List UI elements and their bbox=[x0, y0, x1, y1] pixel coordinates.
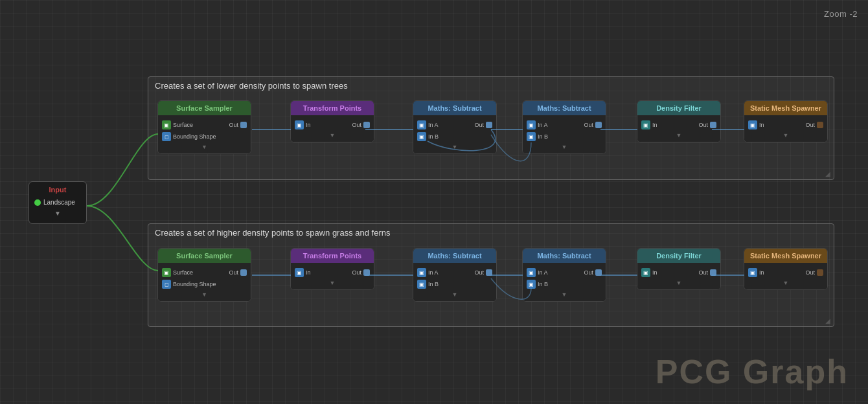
transform-points-top-header: Transform Points bbox=[291, 101, 374, 115]
ss-bot-surface-label: Surface bbox=[173, 269, 193, 276]
tp-bot-ports: ▣ In Out bbox=[295, 267, 370, 278]
ms2-top-ina-icon: ▣ bbox=[527, 120, 536, 129]
resize-handle-bottom[interactable]: ◢ bbox=[825, 317, 830, 324]
input-node-chevron[interactable]: ▼ bbox=[34, 210, 81, 217]
tp-top-in-label: In bbox=[306, 122, 311, 128]
ms2-bot-ina-label: In A bbox=[538, 269, 548, 276]
static-mesh-spawner-top[interactable]: Static Mesh Spawner ▣ In Out ▼ bbox=[744, 100, 828, 142]
surface-sampler-top-port-bounds: ◻ Bounding Shape bbox=[162, 131, 247, 142]
ss-bot-port-bounds: ◻ Bounding Shape bbox=[162, 278, 247, 290]
ss-bot-bounds-label: Bounding Shape bbox=[173, 281, 216, 287]
ss-top-chevron[interactable]: ▼ bbox=[162, 142, 247, 151]
sms-bot-out-label: Out bbox=[805, 269, 815, 276]
df-bot-in-label: In bbox=[652, 269, 657, 276]
surface-sampler-top[interactable]: Surface Sampler ▣ Surface Out ◻ Bounding… bbox=[157, 100, 251, 154]
sms-top-out-label: Out bbox=[805, 122, 815, 128]
tp-top-in-icon: ▣ bbox=[295, 120, 304, 129]
static-mesh-spawner-top-header: Static Mesh Spawner bbox=[744, 101, 827, 115]
maths-subtract-1-bottom[interactable]: Maths: Subtract ▣ In A Out ▣ In B ▼ bbox=[413, 248, 497, 302]
maths-subtract-1-bottom-body: ▣ In A Out ▣ In B ▼ bbox=[413, 263, 496, 301]
ms1-bot-portb: ▣ In B bbox=[417, 278, 492, 290]
tp-top-out-label: Out bbox=[352, 122, 361, 128]
ms2-top-inb-label: In B bbox=[538, 133, 548, 140]
transform-points-top[interactable]: Transform Points ▣ In Out ▼ bbox=[290, 100, 374, 142]
ms2-top-ina-label: In A bbox=[538, 122, 548, 128]
ms1-top-out-connector bbox=[486, 122, 492, 128]
tp-bot-chevron[interactable]: ▼ bbox=[295, 278, 370, 287]
ms1-top-out-label: Out bbox=[474, 122, 484, 128]
ms1-bot-chevron[interactable]: ▼ bbox=[417, 290, 492, 298]
tp-top-chevron[interactable]: ▼ bbox=[295, 131, 370, 139]
landscape-port-dot bbox=[34, 199, 41, 206]
maths-subtract-1-top[interactable]: Maths: Subtract ▣ In A Out ▣ In B ▼ bbox=[413, 100, 497, 154]
ss-bot-out-label: Out bbox=[229, 269, 238, 276]
ms2-bot-portb: ▣ In B bbox=[527, 278, 602, 290]
ss-bot-chevron[interactable]: ▼ bbox=[162, 290, 247, 298]
maths-subtract-1-bottom-header: Maths: Subtract bbox=[413, 249, 496, 263]
sms-top-chevron[interactable]: ▼ bbox=[748, 131, 823, 139]
density-filter-top[interactable]: Density Filter ▣ In Out ▼ bbox=[637, 100, 721, 142]
ss-bot-out-connector bbox=[240, 269, 247, 276]
transform-points-bottom-header: Transform Points bbox=[291, 249, 374, 263]
ss-bot-bounds-icon: ◻ bbox=[162, 280, 171, 289]
surface-label: Surface bbox=[173, 122, 193, 128]
tp-top-out-connector bbox=[363, 122, 370, 128]
df-bot-out-connector bbox=[710, 269, 716, 276]
ms1-top-ina-label: In A bbox=[428, 122, 439, 128]
df-top-out-connector bbox=[710, 122, 716, 128]
tp-bot-out-connector bbox=[363, 269, 370, 276]
maths-subtract-2-top-header: Maths: Subtract bbox=[523, 101, 606, 115]
static-mesh-spawner-bottom-header: Static Mesh Spawner bbox=[744, 249, 827, 263]
transform-points-bottom[interactable]: Transform Points ▣ In Out ▼ bbox=[290, 248, 374, 290]
ms1-top-chevron[interactable]: ▼ bbox=[417, 142, 492, 151]
tp-bot-in-label: In bbox=[306, 269, 311, 276]
df-bot-in-icon: ▣ bbox=[641, 268, 650, 277]
maths-subtract-2-bottom-body: ▣ In A Out ▣ In B ▼ bbox=[523, 263, 606, 301]
input-node[interactable]: Input Landscape ▼ bbox=[29, 181, 87, 224]
ms2-bot-ina-icon: ▣ bbox=[527, 268, 536, 277]
maths-subtract-2-bottom[interactable]: Maths: Subtract ▣ In A Out ▣ In B ▼ bbox=[522, 248, 606, 302]
static-mesh-spawner-bottom[interactable]: Static Mesh Spawner ▣ In Out ▼ bbox=[744, 248, 828, 290]
maths-subtract-2-bottom-header: Maths: Subtract bbox=[523, 249, 606, 263]
ms2-top-chevron[interactable]: ▼ bbox=[527, 142, 602, 151]
ms1-top-portb: ▣ In B bbox=[417, 131, 492, 142]
ss-bot-port-surface: ▣ Surface Out bbox=[162, 267, 247, 278]
surface-sampler-top-port-surface: ▣ Surface Out bbox=[162, 119, 247, 131]
ss-bot-surface-icon: ▣ bbox=[162, 268, 171, 277]
ms2-bot-inb-icon: ▣ bbox=[527, 280, 536, 289]
ms2-top-out-label: Out bbox=[584, 122, 593, 128]
density-filter-bottom-body: ▣ In Out ▼ bbox=[637, 263, 720, 289]
sms-bot-in-icon: ▣ bbox=[748, 268, 757, 277]
ms2-top-inb-icon: ▣ bbox=[527, 132, 536, 141]
density-filter-bottom[interactable]: Density Filter ▣ In Out ▼ bbox=[637, 248, 721, 290]
density-filter-bottom-header: Density Filter bbox=[637, 249, 720, 263]
df-bot-chevron[interactable]: ▼ bbox=[641, 278, 716, 287]
landscape-label: Landscape bbox=[43, 199, 75, 206]
ms2-bot-chevron[interactable]: ▼ bbox=[527, 290, 602, 298]
ms1-top-porta: ▣ In A Out bbox=[417, 119, 492, 131]
density-filter-top-body: ▣ In Out ▼ bbox=[637, 115, 720, 142]
density-filter-top-header: Density Filter bbox=[637, 101, 720, 115]
surface-sampler-bottom-body: ▣ Surface Out ◻ Bounding Shape ▼ bbox=[158, 263, 251, 301]
bounding-shape-label: Bounding Shape bbox=[173, 133, 216, 140]
ms1-bot-ina-icon: ▣ bbox=[417, 268, 426, 277]
df-top-in-icon: ▣ bbox=[641, 120, 650, 129]
ms2-bot-inb-label: In B bbox=[538, 281, 548, 287]
ms2-top-porta: ▣ In A Out bbox=[527, 119, 602, 131]
ms1-bot-out-label: Out bbox=[474, 269, 484, 276]
maths-subtract-2-top-body: ▣ In A Out ▣ In B ▼ bbox=[523, 115, 606, 153]
df-top-chevron[interactable]: ▼ bbox=[641, 131, 716, 139]
maths-subtract-2-top[interactable]: Maths: Subtract ▣ In A Out ▣ In B ▼ bbox=[522, 100, 606, 154]
static-mesh-spawner-top-body: ▣ In Out ▼ bbox=[744, 115, 827, 142]
surface-sampler-bottom[interactable]: Surface Sampler ▣ Surface Out ◻ Bounding… bbox=[157, 248, 251, 302]
ms1-bot-ina-label: In A bbox=[428, 269, 439, 276]
df-bot-out-label: Out bbox=[698, 269, 708, 276]
ms1-bot-out-connector bbox=[486, 269, 492, 276]
frame-top-label: Creates a set of lower density points to… bbox=[155, 81, 348, 91]
sms-bot-chevron[interactable]: ▼ bbox=[748, 278, 823, 287]
df-bot-ports: ▣ In Out bbox=[641, 267, 716, 278]
resize-handle-top[interactable]: ◢ bbox=[825, 170, 830, 177]
ms1-top-ina-icon: ▣ bbox=[417, 120, 426, 129]
sms-top-in-icon: ▣ bbox=[748, 120, 757, 129]
sms-top-in-label: In bbox=[759, 122, 764, 128]
